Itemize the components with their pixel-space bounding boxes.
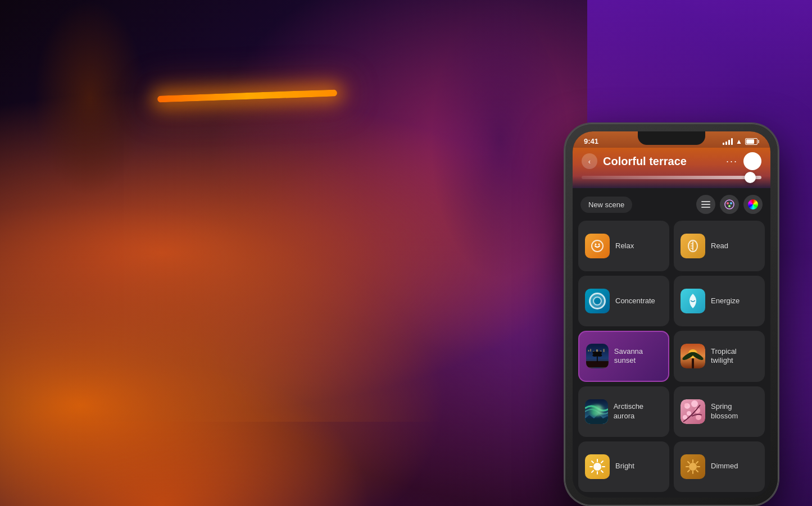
svg-rect-17 [590,349,591,352]
svg-point-40 [696,414,701,420]
palette-view-button[interactable] [720,195,739,214]
furniture-decoration [56,197,450,422]
battery-icon [745,138,759,145]
read-icon [681,234,705,258]
scene-card-tropical-twilight[interactable]: Tropical twilight [674,331,765,381]
filter-bar: New scene [573,188,770,221]
svg-line-48 [601,471,603,472]
svg-line-47 [592,461,593,463]
brightness-slider-container[interactable] [582,176,761,179]
svg-rect-28 [692,358,694,368]
spring-icon [681,399,705,424]
brightness-track [582,176,761,179]
bright-label: Bright [615,462,634,471]
svg-line-50 [592,471,593,472]
dimmed-icon [681,454,705,479]
back-button[interactable]: ‹ [582,153,597,169]
plant-left-decoration [34,0,146,197]
relax-icon [585,234,610,258]
signal-bars-icon [723,138,733,145]
svg-point-31 [688,352,697,355]
dimmed-label: Dimmed [711,462,738,471]
svg-rect-0 [701,201,710,202]
svg-rect-33 [585,418,608,424]
svg-rect-21 [604,349,605,352]
header-row: ‹ Colorful terrace ··· [582,152,761,170]
svg-point-6 [728,205,731,207]
scene-card-bright[interactable]: Bright [578,441,669,492]
svg-line-59 [688,470,689,472]
scenes-grid: Relax Read [573,221,770,498]
scene-card-dimmed[interactable]: Dimmed [674,441,765,492]
relax-label: Relax [615,241,634,251]
svg-point-51 [689,463,697,471]
scene-card-arctische-aurora[interactable]: Arctische aurora [578,386,669,437]
svg-point-8 [595,244,597,245]
scene-card-energize[interactable]: Energize [674,276,765,326]
svg-rect-2 [701,207,710,208]
phone-frame: 9:41 ▲ ‹ Colorful terrace ·· [565,124,778,505]
phone-screen: 9:41 ▲ ‹ Colorful terrace ·· [573,131,770,498]
scene-card-concentrate[interactable]: Concentrate [578,276,669,326]
spiral-graphic [589,293,606,309]
read-label: Read [711,241,728,251]
svg-point-3 [725,200,734,209]
arctische-aurora-label: Arctische aurora [614,402,663,421]
energize-icon [681,289,705,313]
arctic-icon [585,399,608,424]
notch [638,131,705,145]
spring-blossom-label: Spring blossom [711,402,758,421]
avatar-button[interactable] [743,152,761,170]
concentrate-label: Concentrate [615,297,655,306]
svg-point-5 [730,202,732,204]
savanna-icon [586,344,609,368]
scene-card-relax[interactable]: Relax [578,221,669,271]
svg-point-36 [684,403,688,407]
status-bar: 9:41 ▲ [573,131,770,148]
tropical-icon [681,344,705,368]
screen-title: Colorful terrace [603,155,720,168]
tropical-twilight-label: Tropical twilight [711,347,758,366]
brightness-thumb [745,172,756,183]
app-content: New scene [573,188,770,498]
svg-point-4 [727,202,729,204]
more-options-button[interactable]: ··· [726,156,738,167]
bright-icon [585,454,610,479]
color-wheel-button[interactable] [743,195,763,214]
svg-point-37 [691,400,698,407]
svg-line-57 [696,470,698,472]
filter-icons [696,195,763,214]
color-wheel-icon [748,199,758,209]
svg-point-7 [592,240,603,252]
svg-line-56 [688,462,689,463]
concentrate-icon [585,289,610,313]
scene-card-read[interactable]: Read [674,221,765,271]
savanna-sunset-label: Savanna sunset [614,347,661,366]
svg-point-9 [598,244,600,245]
svg-line-49 [601,461,603,463]
status-icons: ▲ [723,138,759,145]
svg-rect-1 [701,204,710,205]
status-time: 9:41 [584,137,598,145]
list-view-button[interactable] [696,195,715,214]
phone-device: 9:41 ▲ ‹ Colorful terrace ·· [565,124,778,505]
scene-card-savanna-sunset[interactable]: Savanna sunset [578,331,669,381]
app-header: ‹ Colorful terrace ··· [573,148,770,188]
wifi-icon: ▲ [736,138,742,145]
new-scene-button[interactable]: New scene [580,197,632,213]
svg-point-42 [593,463,601,471]
svg-rect-16 [588,350,589,352]
scene-card-spring-blossom[interactable]: Spring blossom [674,386,765,437]
energize-label: Energize [711,297,740,306]
svg-point-39 [687,411,691,416]
svg-line-58 [696,462,698,463]
